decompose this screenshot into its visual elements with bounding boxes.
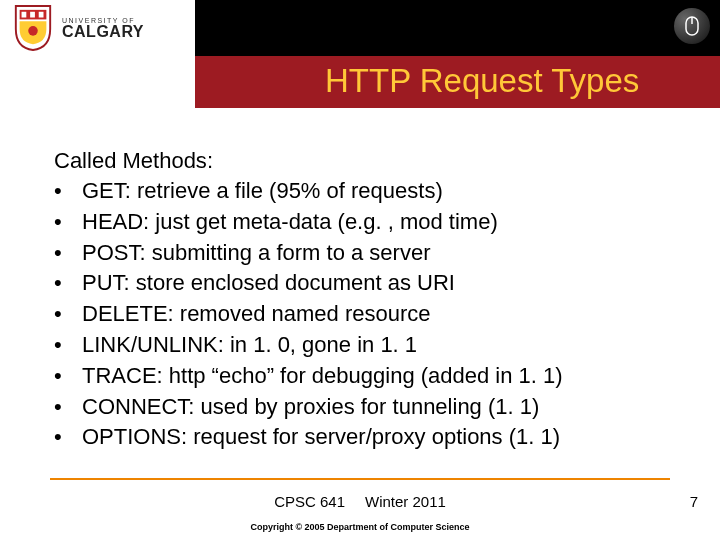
bullet-text: GET: retrieve a file (95% of requests) xyxy=(82,176,443,207)
term-label: Winter 2011 xyxy=(365,493,446,510)
list-item: •CONNECT: used by proxies for tunneling … xyxy=(54,392,670,423)
university-crest-icon xyxy=(12,4,54,52)
bullet-text: LINK/UNLINK: in 1. 0, gone in 1. 1 xyxy=(82,330,417,361)
list-item: •OPTIONS: request for server/proxy optio… xyxy=(54,422,670,453)
list-item: •POST: submitting a form to a server xyxy=(54,238,670,269)
university-logo-block: UNIVERSITY OF CALGARY xyxy=(0,0,195,56)
list-item: •HEAD: just get meta-data (e.g. , mod ti… xyxy=(54,207,670,238)
header-white-block xyxy=(0,56,195,108)
bullet-text: OPTIONS: request for server/proxy option… xyxy=(82,422,560,453)
bullet-text: PUT: store enclosed document as URI xyxy=(82,268,455,299)
header-title-bar: HTTP Request Types xyxy=(0,56,720,108)
slide-header: UNIVERSITY OF CALGARY HTTP Request Types xyxy=(0,0,720,108)
page-number: 7 xyxy=(690,493,698,510)
header-top-bar: UNIVERSITY OF CALGARY xyxy=(0,0,720,56)
bullet-text: CONNECT: used by proxies for tunneling (… xyxy=(82,392,539,423)
slide-title: HTTP Request Types xyxy=(325,62,639,100)
footer-center: CPSC 641Winter 2011 xyxy=(0,493,720,510)
lead-prefix: Called xyxy=(54,148,122,173)
bullet-text: HEAD: just get meta-data (e.g. , mod tim… xyxy=(82,207,498,238)
bullet-text: DELETE: removed named resource xyxy=(82,299,431,330)
lead-line: Called Methods: xyxy=(54,148,670,174)
svg-rect-1 xyxy=(22,12,27,18)
svg-rect-2 xyxy=(30,12,35,18)
lead-suffix: : xyxy=(207,148,213,173)
list-item: •TRACE: http “echo” for debugging (added… xyxy=(54,361,670,392)
university-large-text: CALGARY xyxy=(62,24,144,40)
footer-divider xyxy=(50,478,670,480)
svg-point-4 xyxy=(28,26,38,36)
copyright-line: Copyright © 2005 Department of Computer … xyxy=(0,522,720,532)
mouse-icon xyxy=(674,8,710,44)
bullet-text: TRACE: http “echo” for debugging (added … xyxy=(82,361,563,392)
list-item: •PUT: store enclosed document as URI xyxy=(54,268,670,299)
lead-word: Methods xyxy=(122,148,206,173)
list-item: •DELETE: removed named resource xyxy=(54,299,670,330)
list-item: •LINK/UNLINK: in 1. 0, gone in 1. 1 xyxy=(54,330,670,361)
bullet-list: •GET: retrieve a file (95% of requests) … xyxy=(54,176,670,453)
list-item: •GET: retrieve a file (95% of requests) xyxy=(54,176,670,207)
course-code: CPSC 641 xyxy=(274,493,345,510)
bullet-text: POST: submitting a form to a server xyxy=(82,238,430,269)
university-name: UNIVERSITY OF CALGARY xyxy=(62,17,144,40)
slide-body: Called Methods: •GET: retrieve a file (9… xyxy=(0,108,720,453)
svg-rect-3 xyxy=(39,12,44,18)
